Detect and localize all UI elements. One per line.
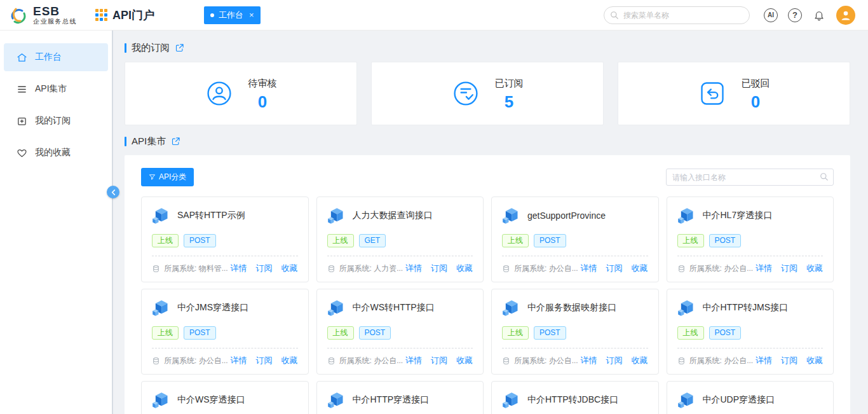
avatar[interactable]: [836, 6, 855, 25]
sidebar-item-workbench[interactable]: 工作台: [4, 43, 108, 71]
logo-title: ESB: [33, 5, 77, 18]
api-card-detail-link[interactable]: 详情: [231, 263, 247, 274]
api-card-detail-link[interactable]: 详情: [405, 263, 422, 274]
api-card-system: 所属系统: 办公自...: [164, 355, 228, 366]
stat-text: 已订阅 5: [495, 78, 524, 110]
database-icon: [502, 357, 510, 365]
api-cube-icon: [327, 299, 345, 317]
api-card-system-wrap: 所属系统: 办公自...: [502, 355, 578, 366]
api-card-head: 中介HTTP穿透接口: [327, 390, 473, 410]
api-card-status-tag: 上线: [502, 234, 529, 247]
apps-grid-icon[interactable]: [95, 9, 107, 21]
ai-icon[interactable]: AI: [764, 8, 778, 22]
api-card-favorite-link[interactable]: 收藏: [281, 263, 298, 274]
tab-close-icon[interactable]: ×: [249, 10, 254, 20]
api-card-tags: 上线 POST: [677, 234, 824, 247]
api-card-favorite-link[interactable]: 收藏: [456, 355, 473, 366]
api-card-title: 中介JMS穿透接口: [177, 302, 248, 314]
api-card-links: 详情 订阅 收藏: [405, 263, 473, 274]
api-card-subscribe-link[interactable]: 订阅: [431, 355, 447, 366]
menu-search-input[interactable]: [604, 6, 750, 24]
api-card-divider: [677, 256, 824, 256]
rejected-icon: [698, 79, 726, 107]
section-accent-bar: [125, 43, 126, 53]
tab-workbench[interactable]: 工作台 ×: [204, 6, 261, 24]
esb-logo-icon: [9, 6, 28, 25]
api-card-subscribe-link[interactable]: 订阅: [606, 355, 623, 366]
api-card-system-wrap: 所属系统: 物料管...: [152, 263, 228, 274]
api-category-filter-button[interactable]: API分类: [141, 168, 194, 186]
api-cube-icon: [152, 391, 170, 409]
api-card-tags: 上线 POST: [502, 326, 648, 340]
api-card-subscribe-link[interactable]: 订阅: [781, 355, 797, 366]
filter-button-label: API分类: [159, 172, 186, 183]
stats-row: 待审核 0 已订阅 5: [125, 62, 850, 125]
api-card-status-tag: 上线: [152, 234, 179, 247]
section-jump-icon[interactable]: [175, 43, 184, 53]
api-card-detail-link[interactable]: 详情: [756, 355, 772, 366]
api-card: getSupportProvince 上线 POST 所属系统: 办公自... …: [491, 197, 659, 282]
stat-value: 0: [258, 93, 267, 110]
api-card-method-tag: POST: [534, 326, 566, 340]
app-title-wrap: API门户: [95, 8, 154, 23]
sidebar-item-my-subscriptions[interactable]: 我的订阅: [4, 107, 108, 135]
api-card-favorite-link[interactable]: 收藏: [281, 355, 298, 366]
sidebar-item-api-market[interactable]: API集市: [4, 75, 108, 103]
api-card-subscribe-link[interactable]: 订阅: [256, 355, 273, 366]
api-card-favorite-link[interactable]: 收藏: [632, 355, 648, 366]
api-card-method-tag: POST: [359, 326, 391, 340]
sidebar-collapse-button[interactable]: [107, 186, 119, 198]
api-card-system-wrap: 所属系统: 办公自...: [677, 355, 754, 366]
api-cube-icon: [327, 391, 345, 409]
api-card-system: 所属系统: 办公自...: [514, 355, 578, 366]
api-card: 人力大数据查询接口 上线 GET 所属系统: 人力资... 详情 订阅 收藏: [316, 197, 484, 282]
api-card-favorite-link[interactable]: 收藏: [456, 263, 473, 274]
api-card-title: getSupportProvince: [527, 210, 606, 221]
sidebar-item-my-favorites[interactable]: 我的收藏: [4, 139, 108, 167]
api-card-head: 中介HTTP转JMS接口: [677, 298, 824, 317]
api-card-subscribe-link[interactable]: 订阅: [606, 263, 623, 274]
api-market-panel: API分类 SAP转HTTP示例: [125, 155, 850, 414]
api-card-method-tag: GET: [359, 234, 386, 247]
sidebar-item-label: 我的订阅: [35, 115, 71, 127]
database-icon: [677, 357, 686, 365]
api-cube-icon: [502, 391, 520, 409]
api-search-input[interactable]: [666, 169, 834, 186]
api-card: 中介HTTP穿透接口 上线 GET 详情 订阅 收藏: [316, 381, 484, 414]
api-card-head: 中介HTTP转JDBC接口: [502, 390, 648, 410]
api-card-favorite-link[interactable]: 收藏: [806, 355, 823, 366]
api-card-favorite-link[interactable]: 收藏: [632, 263, 648, 274]
api-card-head: getSupportProvince: [502, 206, 648, 225]
api-card-detail-link[interactable]: 详情: [581, 263, 597, 274]
api-card-system: 所属系统: 办公自...: [514, 263, 578, 274]
api-card-favorite-link[interactable]: 收藏: [806, 263, 823, 274]
main-content: 我的订阅 待审核 0: [113, 31, 868, 414]
api-card: 中介UDP穿透接口 上线 POST 详情 订阅 收藏: [667, 381, 834, 414]
api-card-detail-link[interactable]: 详情: [581, 355, 597, 366]
api-card-detail-link[interactable]: 详情: [231, 355, 247, 366]
stat-text: 待审核 0: [248, 78, 277, 110]
api-card-head: 中介HL7穿透接口: [677, 206, 824, 225]
help-icon[interactable]: ?: [788, 8, 802, 22]
api-cube-icon: [152, 299, 170, 317]
api-card-title: 中介WS转HTTP接口: [353, 302, 435, 314]
section-accent-bar: [125, 137, 126, 146]
section-jump-icon[interactable]: [171, 137, 180, 146]
api-card: 中介WS转HTTP接口 上线 POST 所属系统: 办公自... 详情 订阅 收…: [316, 289, 484, 375]
api-card-detail-link[interactable]: 详情: [756, 263, 772, 274]
api-card-divider: [327, 256, 473, 256]
api-card-status-tag: 上线: [677, 326, 704, 340]
bell-icon[interactable]: [812, 8, 826, 22]
api-card-links: 详情 订阅 收藏: [581, 355, 648, 366]
api-card-method-tag: POST: [184, 326, 216, 340]
api-card-footer: 所属系统: 办公自... 详情 订阅 收藏: [502, 355, 648, 366]
api-card: 中介HTTP转JMS接口 上线 POST 所属系统: 办公自... 详情 订阅 …: [667, 289, 834, 375]
api-card-subscribe-link[interactable]: 订阅: [431, 263, 447, 274]
api-card-subscribe-link[interactable]: 订阅: [256, 263, 273, 274]
menu-search: [604, 6, 750, 24]
api-card-footer: 所属系统: 办公自... 详情 订阅 收藏: [327, 355, 473, 366]
api-card-detail-link[interactable]: 详情: [405, 355, 422, 366]
api-card-head: 中介WS转HTTP接口: [327, 298, 473, 317]
api-card-subscribe-link[interactable]: 订阅: [781, 263, 797, 274]
api-card-divider: [152, 348, 298, 348]
